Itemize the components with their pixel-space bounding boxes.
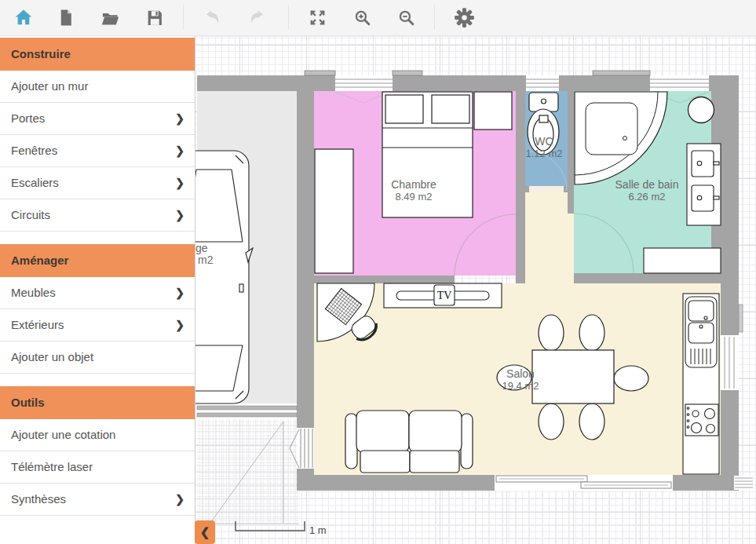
sidebar-header-outils: Outils: [0, 386, 195, 419]
window-top-1[interactable]: [335, 75, 393, 91]
label-bain: Salle de bain: [615, 178, 679, 191]
sidebar-header-construire: Construire: [0, 38, 195, 71]
sidebar-collapse-button[interactable]: ❮: [195, 520, 215, 544]
zoom-in-button[interactable]: [348, 3, 376, 31]
redo-button[interactable]: [243, 3, 272, 31]
sidebar-item-label: Ajouter un objet: [11, 350, 93, 363]
chevron-right-icon: ❯: [175, 103, 184, 134]
sidebar-item-label: Circuits: [11, 208, 50, 221]
sidebar-item-label: Meubles: [11, 286, 56, 299]
toolbar-separator: [288, 5, 289, 30]
garage-door[interactable]: [197, 403, 297, 419]
chevron-right-icon: ❯: [175, 199, 184, 231]
chevron-right-icon: ❯: [175, 167, 184, 199]
sidebar-item-escaliers[interactable]: Escaliers ❯: [0, 167, 195, 199]
home-icon: [13, 7, 34, 27]
chevron-right-icon: ❯: [175, 135, 184, 166]
wc-door-opening: [529, 186, 564, 192]
bath-counter[interactable]: [644, 248, 721, 273]
sidebar-item-fenetres[interactable]: Fenêtres ❯: [0, 135, 195, 167]
nightstand[interactable]: [474, 92, 512, 130]
window-top-3[interactable]: [650, 75, 709, 91]
sidebar-item-label: Synthèses: [11, 492, 66, 506]
chevron-left-icon: ❮: [200, 525, 210, 539]
sidebar-item-label: Escaliers: [11, 176, 59, 189]
terrace-area[interactable]: [197, 419, 298, 524]
toolbar-separator: [183, 5, 184, 30]
sidebar-item-syntheses[interactable]: Synthèses ❯: [0, 484, 195, 516]
save-icon: [144, 8, 164, 27]
redo-icon: [247, 7, 268, 27]
sidebar-item-label: Ajouter une cotation: [11, 428, 115, 441]
sidebar-item-meubles[interactable]: Meubles ❯: [0, 277, 195, 309]
toolbar: [0, 0, 756, 36]
label-chambre: Chambre: [391, 178, 436, 191]
toolbar-separator: [434, 5, 435, 30]
bath-sink[interactable]: [688, 97, 714, 123]
open-folder-icon: [100, 7, 121, 28]
open-folder-button[interactable]: [96, 3, 124, 31]
label-salon: Salon: [506, 367, 535, 380]
chevron-right-icon: ❯: [175, 309, 184, 341]
hallway-floor[interactable]: [525, 191, 574, 283]
area-chambre: 8.49 m2: [396, 191, 433, 203]
area-bain: 6.26 m2: [629, 191, 666, 203]
zoom-out-button[interactable]: [392, 3, 420, 31]
new-file-button[interactable]: [51, 3, 79, 31]
area-garage-partial: m2: [198, 254, 214, 266]
tv-label: TV: [437, 290, 452, 301]
home-button[interactable]: [9, 3, 38, 31]
zoom-out-icon: [396, 8, 416, 27]
chevron-right-icon: ❯: [175, 277, 184, 309]
sidebar-gap: [0, 232, 195, 244]
sidebar: Construire Ajouter un mur Portes ❯ Fenêt…: [0, 35, 195, 544]
area-salon: 19.4 m2: [502, 380, 539, 392]
sidebar-item-label: Fenêtres: [11, 144, 57, 157]
sliding-door[interactable]: [495, 475, 673, 491]
sidebar-item-ajouter-un-mur[interactable]: Ajouter un mur: [0, 71, 195, 103]
sidebar-item-label: Portes: [11, 111, 45, 125]
sidebar-gap: [0, 374, 195, 386]
kitchen-unit[interactable]: [683, 294, 719, 474]
sidebar-item-ajouter-une-cotation[interactable]: Ajouter une cotation: [0, 419, 195, 451]
label-wc: WC: [535, 135, 553, 148]
gear-icon: [454, 7, 475, 28]
save-button[interactable]: [140, 3, 168, 31]
fit-screen-button[interactable]: [303, 3, 331, 31]
sidebar-item-label: Extérieurs: [11, 318, 64, 331]
label-garage-partial: ge: [195, 242, 208, 254]
sidebar-item-telemetre-laser[interactable]: Télémètre laser: [0, 451, 195, 484]
sidebar-item-ajouter-un-objet[interactable]: Ajouter un objet: [0, 341, 195, 374]
fit-screen-icon: [308, 8, 327, 27]
undo-icon: [202, 7, 222, 27]
sidebar-item-circuits[interactable]: Circuits ❯: [0, 199, 195, 232]
scale-label: 1 m: [309, 524, 327, 536]
window-bottom-right[interactable]: [734, 476, 754, 490]
undo-button[interactable]: [198, 3, 226, 31]
sidebar-item-exterieurs[interactable]: Extérieurs ❯: [0, 309, 195, 341]
sidebar-header-amenager: Aménager: [0, 244, 195, 277]
bath-cabinet[interactable]: [687, 144, 721, 225]
new-file-icon: [56, 8, 75, 27]
sidebar-item-label: Télémètre laser: [11, 460, 93, 473]
wardrobe[interactable]: [315, 149, 353, 273]
window-sill-markers: [305, 71, 650, 75]
sidebar-item-label: Ajouter un mur: [11, 79, 88, 93]
area-wc: 1.12 m2: [526, 148, 563, 159]
sofa[interactable]: [345, 411, 473, 473]
window-top-2[interactable]: [526, 75, 559, 91]
chevron-right-icon: ❯: [175, 484, 184, 515]
zoom-in-icon: [352, 8, 372, 27]
settings-button[interactable]: [450, 3, 478, 31]
sidebar-item-portes[interactable]: Portes ❯: [0, 103, 195, 135]
